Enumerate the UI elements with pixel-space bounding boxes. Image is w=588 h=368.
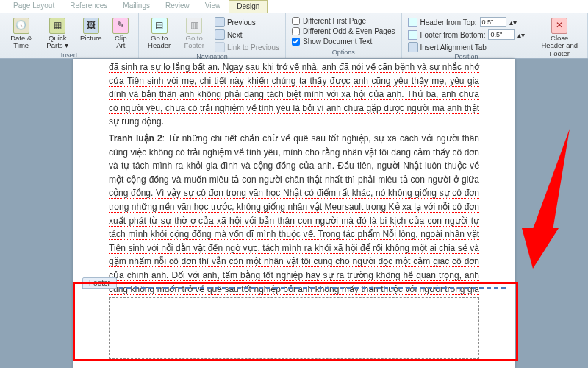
group-options-label: Options [290,49,396,57]
next-icon [215,29,225,40]
tab-view[interactable]: View [198,0,229,13]
previous-icon [215,17,225,27]
tab-mailings[interactable]: Mailings [115,0,158,13]
goto-footer-button[interactable]: ▥Go to Footer [178,16,209,52]
footer-content-box[interactable] [109,297,479,359]
insert-alignment-tab[interactable]: Insert Alignment Tab [406,41,527,53]
document-body-text: đã sinh ra sự lo lắng bất an. Ngay sau k… [109,59,479,310]
group-position: Header from Top:0.5"▴▾ Footer from Botto… [402,13,532,58]
previous-button[interactable]: Previous [213,16,281,28]
footer-bottom-icon [408,30,417,40]
show-doc-text-check[interactable]: Show Document Text [290,37,396,46]
quick-parts-button[interactable]: ▦Quick Parts ▾ [41,16,75,52]
footer-tag[interactable]: Footer [82,277,117,289]
ribbon: 🕔Date & Time ▦Quick Parts ▾ 🖼Picture ✎Cl… [0,13,588,59]
diff-odd-even-check[interactable]: Different Odd & Even Pages [290,26,396,36]
tab-review[interactable]: Review [158,0,198,13]
tab-references[interactable]: References [62,0,115,13]
tab-pagelayout[interactable]: Page Layout [6,0,62,13]
document-page[interactable]: đã sinh ra sự lo lắng bất an. Ngay sau k… [74,59,514,368]
header-top-icon [408,18,417,27]
link-previous-button[interactable]: Link to Previous [213,41,281,53]
footer-area[interactable]: Footer [82,287,506,362]
group-insert: 🕔Date & Time ▦Quick Parts ▾ 🖼Picture ✎Cl… [0,13,139,58]
next-button[interactable]: Next [213,29,281,40]
close-header-footer-button[interactable]: ✕Close Header and Footer [536,16,583,59]
header-from-top[interactable]: Header from Top:0.5"▴▾ [406,16,527,28]
footer-separator [82,287,506,289]
group-close: ✕Close Header and Footer Close [531,13,588,58]
clip-art-button[interactable]: ✎Clip Art [108,16,134,52]
align-tab-icon [408,42,418,52]
tab-design[interactable]: Design [229,0,268,13]
date-time-button[interactable]: 🕔Date & Time [4,16,38,52]
goto-header-button[interactable]: ▤Go to Header [143,16,175,52]
diff-first-page-check[interactable]: Different First Page [290,16,396,26]
group-navigation: ▤Go to Header ▥Go to Footer Previous Nex… [139,13,286,58]
footer-from-bottom[interactable]: Footer from Bottom:0.5"▴▾ [406,29,527,40]
document-workspace: đã sinh ra sự lo lắng bất an. Ngay sau k… [0,59,588,368]
picture-button[interactable]: 🖼Picture [77,16,105,43]
group-options: Different First Page Different Odd & Eve… [286,13,401,58]
link-icon [215,42,225,52]
ribbon-tabs: Page Layout References Mailings Review V… [0,0,588,13]
